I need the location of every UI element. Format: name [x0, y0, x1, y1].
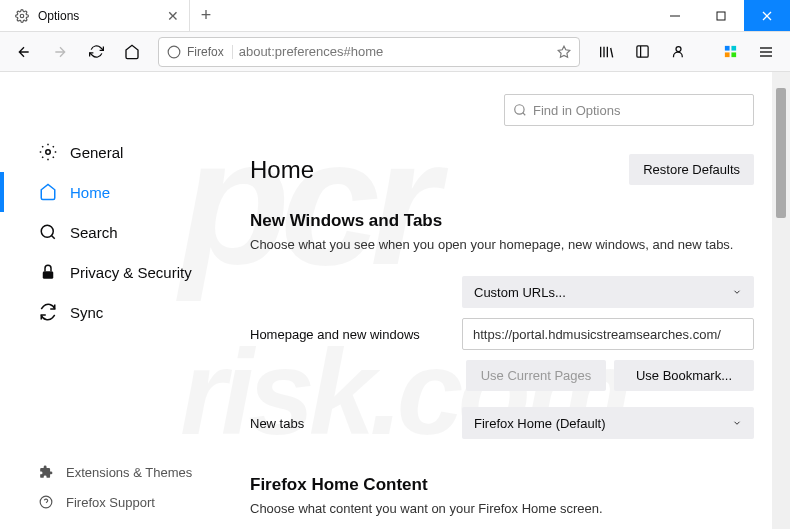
sidebar-item-general[interactable]: General [0, 132, 220, 172]
sidebar-item-label: Extensions & Themes [66, 465, 192, 480]
section-heading-windows-tabs: New Windows and Tabs [250, 211, 754, 231]
sidebar-item-label: Firefox Support [66, 495, 155, 510]
scrollbar-thumb[interactable] [776, 88, 786, 218]
sidebar-button[interactable] [626, 36, 658, 68]
url-bar[interactable]: Firefox about:preferences#home [158, 37, 580, 67]
use-bookmark-button[interactable]: Use Bookmark... [614, 360, 754, 391]
svg-line-23 [51, 235, 54, 238]
svg-rect-24 [43, 271, 54, 279]
svg-point-22 [41, 225, 53, 237]
scrollbar-track[interactable] [772, 72, 790, 529]
reload-button[interactable] [80, 36, 112, 68]
svg-point-13 [676, 47, 681, 52]
svg-rect-11 [636, 46, 647, 57]
puzzle-icon [38, 464, 54, 480]
newtabs-label: New tabs [250, 416, 450, 431]
maximize-button[interactable] [698, 0, 744, 31]
sidebar-item-label: Privacy & Security [70, 264, 192, 281]
chevron-down-icon [732, 287, 742, 297]
section-heading-home-content: Firefox Home Content [250, 475, 754, 495]
homepage-url-input[interactable] [462, 318, 754, 350]
svg-rect-15 [731, 46, 736, 51]
sidebar-item-privacy[interactable]: Privacy & Security [0, 252, 220, 292]
search-icon [513, 103, 527, 117]
search-icon [38, 222, 58, 242]
minimize-button[interactable] [652, 0, 698, 31]
section-description: Choose what content you want on your Fir… [250, 501, 754, 516]
account-button[interactable] [662, 36, 694, 68]
page-title: Home [250, 156, 314, 184]
preferences-sidebar: General Home Search Privacy & Security S… [0, 72, 220, 529]
sidebar-item-search[interactable]: Search [0, 212, 220, 252]
sync-icon [38, 302, 58, 322]
select-value: Custom URLs... [474, 285, 566, 300]
svg-point-21 [46, 150, 51, 155]
sidebar-item-label: Search [70, 224, 118, 241]
gear-icon [38, 142, 58, 162]
section-description: Choose what you see when you open your h… [250, 237, 754, 252]
homepage-label: Homepage and new windows [250, 327, 450, 342]
home-icon [38, 182, 58, 202]
svg-rect-2 [717, 12, 725, 20]
browser-tab[interactable]: Options ✕ [0, 0, 190, 31]
firefox-icon [167, 45, 181, 59]
bookmark-star-icon[interactable] [557, 45, 571, 59]
svg-line-10 [611, 48, 613, 57]
newtabs-select[interactable]: Firefox Home (Default) [462, 407, 754, 439]
tab-label: Options [38, 9, 79, 23]
select-value: Firefox Home (Default) [474, 416, 605, 431]
sidebar-item-extensions[interactable]: Extensions & Themes [0, 457, 220, 487]
identity-box[interactable]: Firefox [167, 45, 233, 59]
chevron-down-icon [732, 418, 742, 428]
home-button[interactable] [116, 36, 148, 68]
identity-label: Firefox [187, 45, 224, 59]
url-text: about:preferences#home [239, 44, 551, 59]
restore-defaults-button[interactable]: Restore Defaults [629, 154, 754, 185]
gear-icon [14, 8, 30, 24]
question-icon [38, 494, 54, 510]
library-button[interactable] [590, 36, 622, 68]
svg-point-5 [168, 46, 180, 58]
sidebar-item-sync[interactable]: Sync [0, 292, 220, 332]
svg-rect-14 [724, 46, 729, 51]
options-search[interactable]: Find in Options [504, 94, 754, 126]
use-current-pages-button[interactable]: Use Current Pages [466, 360, 606, 391]
sidebar-item-label: Home [70, 184, 110, 201]
svg-rect-17 [731, 52, 736, 57]
sidebar-item-label: Sync [70, 304, 103, 321]
svg-point-26 [515, 105, 524, 114]
forward-button[interactable] [44, 36, 76, 68]
svg-point-0 [20, 14, 24, 18]
preferences-main: Find in Options Home Restore Defaults Ne… [220, 72, 790, 529]
extensions-button[interactable] [714, 36, 746, 68]
sidebar-item-label: General [70, 144, 123, 161]
search-placeholder: Find in Options [533, 103, 620, 118]
svg-marker-6 [558, 46, 570, 57]
svg-rect-16 [724, 52, 729, 57]
new-tab-button[interactable]: + [190, 0, 222, 31]
window-close-button[interactable] [744, 0, 790, 31]
close-tab-icon[interactable]: ✕ [167, 8, 179, 24]
sidebar-item-home[interactable]: Home [0, 172, 220, 212]
menu-button[interactable] [750, 36, 782, 68]
homepage-mode-select[interactable]: Custom URLs... [462, 276, 754, 308]
svg-line-27 [523, 113, 526, 116]
sidebar-item-support[interactable]: Firefox Support [0, 487, 220, 517]
back-button[interactable] [8, 36, 40, 68]
lock-icon [38, 262, 58, 282]
